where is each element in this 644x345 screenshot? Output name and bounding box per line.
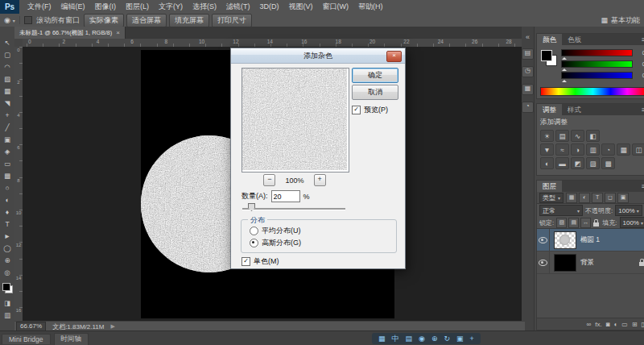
tool-button[interactable]: ▦ <box>1 85 14 97</box>
visibility-cell[interactable] <box>537 251 550 273</box>
tool-button[interactable]: ◈ <box>1 145 14 157</box>
monochrome-checkbox[interactable]: ✓ <box>242 257 250 266</box>
current-tool-chip[interactable]: ◉ ▾ <box>2 16 20 24</box>
adjustment-icon[interactable]: ◧ <box>586 130 600 142</box>
menu-item[interactable]: 图层(L) <box>121 0 154 14</box>
lock-option-button[interactable]: ▨ <box>556 218 567 228</box>
cancel-button[interactable]: 取消 <box>352 85 398 100</box>
layers-action-icon[interactable]: ▭ <box>621 321 628 328</box>
adjustment-icon[interactable]: ◫ <box>632 143 644 156</box>
tool-button[interactable]: ▩ <box>1 169 14 181</box>
ime-toolbar-icon[interactable]: ▤ <box>406 335 413 343</box>
tool-mode-button[interactable]: ▥ <box>1 309 14 321</box>
ime-toolbar-icon[interactable]: + <box>470 335 474 343</box>
layer-name[interactable]: 椭圆 1 <box>580 235 600 245</box>
amount-input[interactable] <box>271 190 300 202</box>
tool-button[interactable]: ▣ <box>1 133 14 145</box>
collapsed-panel-icon[interactable]: ▦ <box>522 84 534 95</box>
adjustment-icon[interactable]: ▤ <box>555 130 569 142</box>
ime-toolbar-icon[interactable]: ◉ <box>419 335 425 343</box>
foreground-background-swatch[interactable] <box>2 283 13 293</box>
close-icon[interactable]: × <box>116 29 120 36</box>
tab-mini-bridge[interactable]: Mini Bridge <box>2 334 51 344</box>
panel-menu-icon[interactable]: ≡ <box>638 182 644 190</box>
adjustment-icon[interactable]: ▨ <box>586 157 600 169</box>
tab-color[interactable]: 颜色 <box>537 34 562 45</box>
visibility-cell[interactable] <box>537 229 550 251</box>
menu-item[interactable]: 选择(S) <box>188 0 221 14</box>
ime-toolbar-icon[interactable]: ↻ <box>444 335 450 343</box>
adjustment-icon[interactable]: ◩ <box>571 157 584 169</box>
ime-toolbar-icon[interactable]: ▣ <box>456 335 464 343</box>
layers-action-icon[interactable]: fx. <box>595 321 601 328</box>
tab-adjustments[interactable]: 调整 <box>537 104 562 115</box>
adjustment-icon[interactable]: ▼ <box>540 143 554 156</box>
layer-row-background[interactable]: 背景 <box>537 251 644 274</box>
adjustment-icon[interactable]: ▦ <box>617 143 630 156</box>
document-tab[interactable]: 未标题-1 @ 66.7%(椭圆 1, RGB/8) × <box>14 27 126 39</box>
status-popup-arrow-icon[interactable]: ▶ <box>110 323 114 330</box>
lock-option-button[interactable]: ↔ <box>580 218 591 228</box>
close-icon[interactable]: × <box>386 51 402 62</box>
layer-thumbnail[interactable] <box>554 231 576 249</box>
filter-kind-dropdown[interactable]: 类型 ▾ <box>539 193 564 203</box>
tool-button[interactable]: ► <box>1 230 14 242</box>
red-value[interactable]: 0 <box>635 49 644 56</box>
workspace-switcher[interactable]: ▦ 基本功能 <box>601 15 644 26</box>
adjustment-icon[interactable]: ◔ <box>601 143 615 156</box>
tool-mode-button[interactable]: ◨ <box>1 297 14 309</box>
adjustment-icon[interactable]: ∿ <box>571 130 584 142</box>
uniform-radio[interactable] <box>250 227 258 235</box>
collapsed-panel-icon[interactable]: ◷ <box>522 66 534 77</box>
tool-button[interactable]: ▢ <box>1 48 14 60</box>
lock-option-button[interactable]: ▤ <box>568 218 579 228</box>
tool-button[interactable]: ○ <box>1 181 14 193</box>
layers-action-icon[interactable]: ◙ <box>606 321 610 328</box>
tool-button[interactable]: ◐ <box>1 193 14 206</box>
layer-filter-icon[interactable]: ◻ <box>605 193 616 203</box>
collapsed-panel-icon[interactable]: ◔ <box>522 102 534 113</box>
adjustment-icon[interactable]: ◐ <box>540 157 554 169</box>
layers-action-icon[interactable]: ◐ <box>613 321 617 328</box>
tool-button[interactable]: ◎ <box>1 266 14 278</box>
layer-filter-icon[interactable]: T <box>592 193 603 203</box>
ok-button[interactable]: 确定 <box>352 68 398 83</box>
tool-button[interactable]: T <box>1 218 14 230</box>
tool-button[interactable]: ▭ <box>1 157 14 169</box>
blend-mode-dropdown[interactable]: 正常 ▾ <box>539 205 583 216</box>
green-slider[interactable] <box>561 60 633 68</box>
tab-layers[interactable]: 图层 <box>537 181 562 192</box>
tool-button[interactable]: ◠ <box>1 60 14 73</box>
menu-item[interactable]: 编辑(E) <box>56 0 90 14</box>
layer-thumbnail[interactable] <box>554 254 576 272</box>
foreground-color-swatch[interactable] <box>2 283 10 291</box>
gaussian-radio[interactable] <box>250 239 258 247</box>
lock-all-icon[interactable] <box>593 222 599 227</box>
fill-dropdown[interactable]: 100% ▾ <box>620 217 644 228</box>
menu-item[interactable]: 窗口(W) <box>318 0 354 14</box>
layers-action-icon[interactable]: ▯ <box>642 321 644 328</box>
adjustment-icon[interactable]: ▬ <box>555 157 569 169</box>
scroll-all-windows-checkbox[interactable] <box>24 16 32 24</box>
noise-preview-box[interactable] <box>242 68 349 172</box>
layers-action-icon[interactable]: ⊞ <box>632 321 638 328</box>
tool-button[interactable]: ⊕ <box>1 254 14 266</box>
layer-filter-icon[interactable]: ◐ <box>579 193 590 203</box>
view-option-button[interactable]: 实际像素 <box>84 14 124 27</box>
view-option-button[interactable]: 打印尺寸 <box>212 14 252 27</box>
color-spectrum-bar[interactable] <box>540 87 644 96</box>
tool-button[interactable]: ╱ <box>1 121 14 133</box>
zoom-out-button[interactable]: − <box>263 174 275 186</box>
adjustment-icon[interactable]: ≈ <box>555 143 569 156</box>
layer-filter-icon[interactable]: ▣ <box>617 193 629 203</box>
tab-styles[interactable]: 样式 <box>562 104 587 115</box>
blue-slider[interactable] <box>561 72 633 79</box>
blue-value[interactable]: 0 <box>635 72 644 79</box>
adjustment-icon[interactable]: ☀ <box>540 130 554 142</box>
menu-item[interactable]: 图像(I) <box>90 0 122 14</box>
preview-checkbox[interactable]: ✓ <box>352 106 361 114</box>
dialog-title-bar[interactable]: 添加杂色 × <box>231 48 405 64</box>
zoom-in-button[interactable]: + <box>314 174 326 186</box>
collapsed-panel-icon[interactable]: ▤ <box>522 48 534 60</box>
ime-toolbar-icon[interactable]: ▦ <box>378 335 386 343</box>
